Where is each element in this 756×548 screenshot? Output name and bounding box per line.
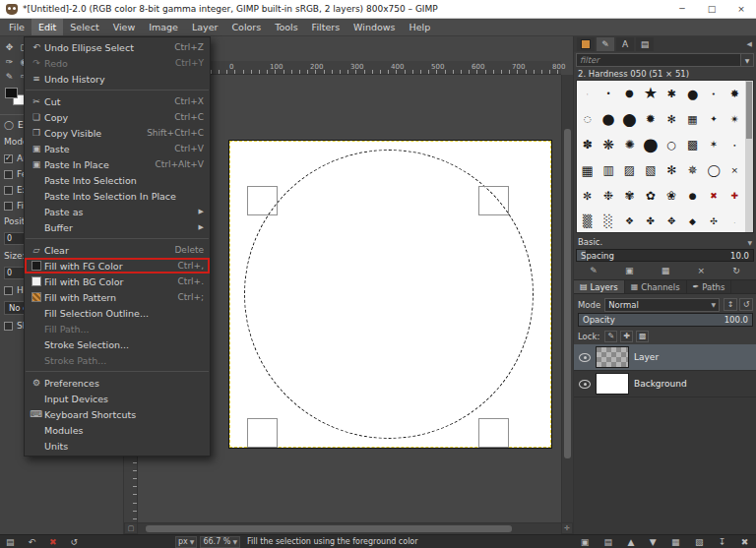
brush-item[interactable]: ✹ [646,113,656,125]
menu-item-copy-visible[interactable]: ❐Copy VisibleShift+Ctrl+C [25,125,210,141]
image-canvas[interactable] [229,141,551,448]
menu-item-undo-ellipse-select[interactable]: ↶Undo Ellipse SelectCtrl+Z [25,39,210,55]
brush-item[interactable]: ● [602,112,615,127]
brush-item[interactable]: ✽ [583,139,593,151]
menu-item-paste[interactable]: ▣PasteCtrl+V [25,141,210,156]
new-layer-group-button[interactable]: ▤ [604,537,613,547]
menu-layer[interactable]: Layer [185,19,225,35]
menu-file[interactable]: File [2,19,32,35]
menu-windows[interactable]: Windows [346,19,402,35]
vertical-scrollbar-thumb[interactable] [564,129,571,458]
tool-color-picker[interactable]: ✑ [2,54,17,69]
delete-brush-button[interactable]: × [698,266,706,275]
brush-item[interactable]: • [606,89,611,98]
menu-image[interactable]: Image [142,19,185,35]
brush-item[interactable]: ✚ [731,191,739,201]
dock-menu-arrow-icon[interactable]: ◀ [747,40,753,48]
brush-item[interactable]: ✱ [667,89,676,99]
raise-layer-button[interactable]: ▲ [627,537,634,547]
menu-item-stroke-selection[interactable]: Stroke Selection... [25,336,210,352]
brush-item[interactable]: ✾ [624,190,634,202]
brush-item[interactable]: ▩ [687,139,698,151]
layer-mode-dropdown[interactable]: Normal ▼ [604,298,720,312]
menu-edit[interactable]: Edit [32,19,63,35]
brush-item[interactable]: · [734,216,736,226]
delete-tool-preset-button[interactable]: ✖ [49,537,57,547]
brush-item[interactable]: ✵ [688,164,698,176]
menu-item-input-devices[interactable]: Input Devices [25,391,210,406]
checkbox[interactable] [4,186,13,195]
brush-item[interactable]: • [712,89,716,98]
delete-layer-button[interactable]: ✖ [741,537,749,547]
menu-item-paste-as[interactable]: Paste as▶ [25,204,210,219]
quick-mask-toggle[interactable]: ▢ [124,522,138,534]
mode-switch-button[interactable]: ↕ [724,298,737,311]
restore-tool-preset-button[interactable]: ↶ [29,537,36,547]
lower-layer-button[interactable]: ▼ [650,537,657,547]
menu-tools[interactable]: Tools [268,19,304,35]
lock-position-button[interactable]: ✚ [620,331,633,342]
anchor-layer-button[interactable]: ↧ [719,537,726,547]
zoom-dropdown[interactable]: 66.7 % ▼ [200,536,240,548]
visibility-eye-icon[interactable] [579,353,591,362]
unit-dropdown[interactable]: px ▼ [175,536,197,548]
brush-item[interactable]: ✻ [666,164,676,176]
menu-help[interactable]: Help [403,19,438,35]
brush-item[interactable]: ✻ [667,114,676,125]
menu-item-paste-into-selection[interactable]: Paste Into Selection [25,172,210,188]
filter-dropdown-caret-icon[interactable]: ▼ [741,53,754,67]
brush-item[interactable]: ★ [644,86,658,101]
tool-pencil[interactable]: ✎ [2,69,17,84]
menu-item-copy[interactable]: ❏CopyCtrl+C [25,109,210,125]
brush-item[interactable]: ░ [603,215,612,227]
patterns-tab[interactable] [577,37,595,51]
brush-item[interactable]: ✶ [710,140,718,150]
brush-item[interactable]: ✣ [710,216,718,226]
menu-item-stroke-path[interactable]: Stroke Path... [25,352,210,368]
menu-item-fill-path[interactable]: Fill Path... [25,321,210,336]
duplicate-brush-button[interactable]: ▦ [662,266,670,275]
new-brush-button[interactable]: ▣ [625,266,634,275]
checkbox[interactable] [4,202,13,211]
layer-thumbnail[interactable] [596,346,629,368]
titlebar[interactable]: *[Untitled]-2.0 (RGB color 8-bit gamma i… [0,0,756,19]
brush-item[interactable]: ◯ [707,164,720,176]
brush-grid-scrollbar-thumb[interactable] [746,82,752,139]
brush-item[interactable]: ❖ [625,216,634,226]
menu-item-buffer[interactable]: Buffer▶ [25,219,210,235]
menu-item-units[interactable]: Units [25,438,210,454]
menu-item-redo[interactable]: ↷RedoCtrl+Y [25,55,210,71]
brush-item[interactable]: ✼ [583,191,592,202]
menu-select[interactable]: Select [63,19,105,35]
brush-item[interactable]: ❋ [602,138,614,152]
menu-item-modules[interactable]: Modules [25,422,210,438]
layer-thumbnail[interactable] [596,373,629,395]
menu-item-paste-in-place[interactable]: ▣Paste In PlaceCtrl+Alt+V [25,156,210,172]
brush-item[interactable]: ✿ [646,190,656,202]
brush-item[interactable]: ▧ [645,164,656,176]
brush-item[interactable]: × [731,165,739,175]
add-mask-button[interactable]: ▧ [695,537,704,547]
menu-item-fill-with-pattern[interactable]: Fill with PatternCtrl+; [25,289,210,305]
brush-spacing-slider[interactable]: Spacing 10.0 [576,249,754,262]
layer-row-layer[interactable]: Layer [574,344,756,371]
brush-item[interactable]: ✺ [624,139,634,151]
menu-item-cut[interactable]: ✂CutCtrl+X [25,93,210,109]
brush-group-row[interactable]: Basic. ▼ [578,236,752,248]
brush-item[interactable]: ✖ [710,191,718,201]
new-layer-button[interactable]: ▣ [581,537,590,547]
fg-color-swatch[interactable] [5,88,18,98]
brush-item[interactable]: ✤ [647,216,655,226]
menu-item-fill-with-bg-color[interactable]: Fill with BG ColorCtrl+. [25,274,210,289]
brushes-tab[interactable]: ✎ [597,37,614,51]
fonts-tab[interactable]: A [616,37,634,51]
brush-item[interactable]: ● [643,136,659,153]
refresh-brushes-button[interactable]: ↻ [732,266,740,275]
brush-item[interactable]: ✦ [710,114,718,124]
tab-channels[interactable]: ▦Channels [625,280,687,293]
menu-item-undo-history[interactable]: ≡Undo History [25,71,210,87]
horizontal-scrollbar[interactable] [138,522,561,534]
save-tool-preset-button[interactable]: ▤ [6,537,15,547]
brush-item[interactable]: ▥ [602,164,613,176]
navigation-button[interactable]: ✛ [561,522,573,534]
